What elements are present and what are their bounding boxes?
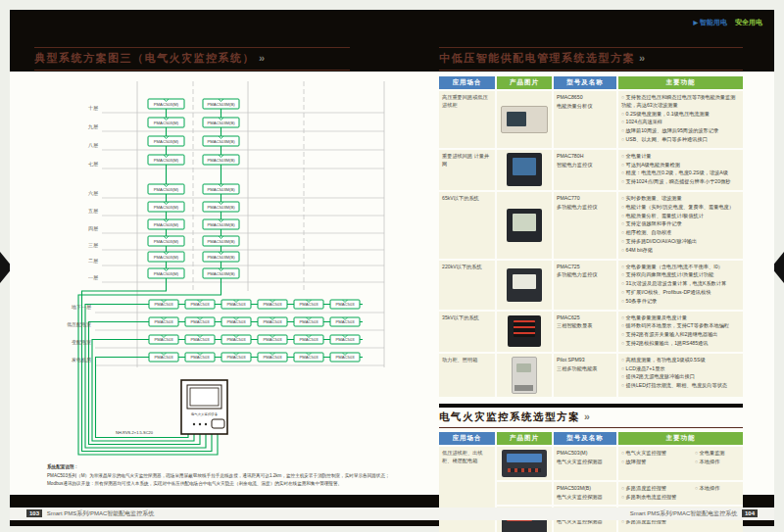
function-item: 多路温度监控报警 (621, 485, 695, 493)
title-rule (439, 427, 743, 428)
diagram-note-line: Modbus通讯协议开放：所有探测器均可接入本系统，实现对中低压供配电场合中电气… (47, 480, 394, 488)
function-list: 本地操作 (695, 485, 740, 503)
product-image-pq-analyzer (501, 106, 548, 133)
function-item: 相序检测、自动校准 (621, 229, 740, 237)
diagram-note: 系统配置说明： PMAC503系列（M）为带液晶显示的电气火灾监控探测器，现场采… (47, 463, 394, 487)
slogan-marker-icon: ▶ (693, 20, 698, 25)
product-image-panel-meter-dark (507, 268, 542, 302)
function-item: 64M bit存储 (621, 247, 740, 255)
product-screen (514, 320, 535, 337)
function-list: 高精度测量，有功电度1级或0.5S级LCD液晶7+1显示提供2路无源电度脉冲输出… (621, 357, 740, 390)
two-page-spread: ▶ 智能用电 安全用电 典型系统方案图三（电气火灾监控系统）» 中低压智能供配电… (10, 10, 774, 526)
product-image-cell (497, 354, 552, 397)
function-item: 本地操作 (695, 485, 740, 493)
function-item: 电气火灾监控报警 (621, 450, 695, 458)
diagram-label: 电气火灾监控设备 (191, 411, 219, 416)
diagram-label: PMAC503M(B) (207, 187, 235, 192)
diagram-label: PMAC503 (226, 319, 246, 324)
functions-cell: 高精度测量，有功电度1级或0.5S级LCD液晶7+1显示提供2路无源电度脉冲输出… (618, 354, 743, 397)
diagram-label: PMAC503M(B) (207, 239, 235, 244)
function-item: 本地操作 (695, 459, 740, 466)
right-page: 应用场合产品图片型号及名称主要功能高压重要回路或低压进线柜PMAC8650电能质… (439, 72, 743, 532)
diagram-label: PMAC503(M) (154, 255, 179, 260)
spread-content-area: 十层PMAC503(M)PMAC503M(B)九层PMAC503(M)PMAC5… (10, 72, 774, 495)
function-item: 全电量监测 (695, 450, 740, 458)
left-page-title-block: 典型系统方案图三（电气火灾监控系统）» (34, 47, 350, 71)
function-columns: 多路温度监控报警多路剩余电流监控报警本地操作 (621, 485, 740, 503)
function-item: 全电量计量 (621, 153, 740, 161)
function-item: 31次谐波及总谐波含量计算，电流K系数计算 (621, 280, 740, 288)
diagram-label: PMAC503 (226, 355, 246, 360)
model-cell: PMAC625三相智能数显表 (554, 312, 616, 352)
diagram-label: PMAC503 (154, 319, 173, 324)
diagram-label: PMAC503 (299, 355, 318, 360)
diagram-label: 四层 (88, 225, 98, 232)
diagram-label: PMAC503M(B) (207, 271, 235, 276)
function-item: 提供LED灯指示潮流、断相、电度反向等状态 (621, 382, 740, 390)
product-screen (513, 274, 536, 289)
diagram-label: PMAC503 (299, 337, 318, 342)
left-page: 十层PMAC503(M)PMAC503M(B)九层PMAC503(M)PMAC5… (10, 72, 431, 495)
model-cell: PMAC8650电能质量分析仪 (554, 91, 616, 148)
diagram-label: PMAC503 (226, 302, 246, 307)
product-image-cell (497, 261, 552, 310)
diagram-label: 发电机房 (72, 357, 91, 363)
diagram-label: 一层 (88, 274, 98, 280)
brand-slogan: ▶ 智能用电 安全用电 (693, 18, 762, 27)
diagram-note-line: PMAC503系列（M）为带液晶显示的电气火灾监控探测器，现场采用屏蔽双绞线手拉… (47, 472, 394, 480)
diagram-label: 变配电室 (72, 339, 91, 346)
diagram-label: PMAC503 (299, 302, 318, 307)
diagram-label: PMAC503(M) (154, 158, 179, 163)
selection-table-power: 应用场合产品图片型号及名称主要功能高压重要回路或低压进线柜PMAC8650电能质… (439, 76, 743, 397)
product-screen (513, 214, 536, 231)
function-item: 0.2S级电度测量，0.1级电压电流测量 (621, 111, 740, 119)
diagram-label: PMAC503 (263, 302, 282, 307)
application-cell: 动力柜、照明箱 (439, 354, 495, 397)
function-item: 循环数码管本地显示，支持CT等参数本地编程 (621, 322, 740, 330)
title-rule (34, 70, 350, 71)
application-cell: 重要进线回路 计量并网 (439, 150, 495, 190)
diagram-label: 三层 (88, 242, 98, 248)
product-screen (507, 112, 526, 126)
functions-cell: 全电量计量可达到A级电能质量检测精度：电流电压0.2级，电度0.2S级，谐波A级… (618, 150, 743, 190)
diagram-label: PMAC503M(B) (207, 255, 235, 260)
diagram-label: PMAC503M(B) (207, 222, 235, 227)
function-item: 支持多路DI/DO/AI/AO/脉冲输出 (621, 238, 740, 246)
diagram-label: 二层 (88, 258, 98, 264)
application-cell: 220kV以下的系统 (439, 261, 495, 310)
product-image-cell (497, 150, 552, 190)
function-item: 支持2路模拟量输出，1路RS485通讯 (621, 340, 740, 348)
product-screen (513, 158, 536, 175)
diagram-label: PMAC503(M) (154, 139, 179, 144)
functions-cell: 支持暂态过电压和瞬态过电压等7项电能质量监测功能，高达63次谐波测量0.2S级电… (618, 91, 743, 148)
function-item: 故障报警 (621, 459, 695, 466)
product-name: 三相多功能电能表 (557, 365, 613, 373)
function-list: 全电量监测本地操作 (695, 450, 740, 467)
functions-cell: 全电量参量测量及电度计量循环数码管本地显示，支持CT等参数本地编程支持2路有源开… (618, 312, 743, 352)
function-item: LCD液晶7+1显示 (621, 365, 740, 373)
fire-monitoring-system-diagram: 十层PMAC503(M)PMAC503M(B)九层PMAC503(M)PMAC5… (32, 72, 399, 467)
product-image-fire-detector-blue (502, 450, 547, 477)
title-arrow-icon: » (584, 411, 591, 422)
diagram-label: PMAC503M(B) (207, 121, 235, 125)
function-item: 高精度测量，有功电度1级或0.5S级 (621, 357, 740, 364)
function-item: 精度：电流电压0.2级，电度0.2S级，谐波A级 (621, 169, 740, 177)
column-header: 应用场合 (439, 76, 495, 89)
diagram-label: PMAC503 (263, 337, 282, 342)
function-list: 电气火灾监控报警故障报警 (621, 450, 695, 467)
product-model: PMAC503(M) (557, 450, 613, 458)
column-header: 主要功能 (618, 76, 743, 89)
function-item: 1024点高速采样 (621, 119, 740, 126)
diagram-label: PMAC503 (226, 337, 246, 342)
function-item: 可扩展I/O模块、Profibus-DP通讯模块 (621, 289, 740, 297)
product-image-cell (497, 192, 552, 259)
column-header: 型号及名称 (554, 432, 616, 445)
function-item: 可达到A级电能质量检测 (621, 162, 740, 169)
product-model: PMAC8650 (557, 94, 613, 102)
function-item: 支持定值越限和事件记录 (621, 220, 740, 228)
diagram-label: PMAC503 (154, 302, 173, 307)
function-list: 实时参数测量、谐波测量电能计量（实时/历史电度、复费率、需量电度）电能质量分析、… (621, 195, 740, 255)
function-item: 全电量参量测量及电度计量 (621, 314, 740, 322)
function-item: 多路剩余电流监控报警 (621, 494, 695, 502)
catalog-spread-canvas: ▶ 智能用电 安全用电 典型系统方案图三（电气火灾监控系统）» 中低压智能供配电… (0, 0, 784, 532)
